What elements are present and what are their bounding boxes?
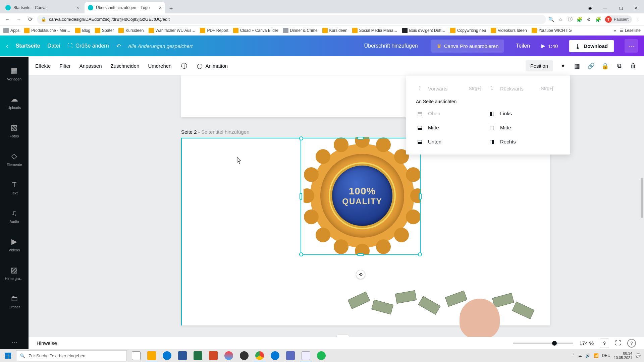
try-pro-button[interactable]: ♛ Canva Pro ausprobieren — [431, 40, 504, 53]
resize-handle-w[interactable] — [300, 193, 302, 200]
extension-icon[interactable]: ⚙ — [586, 16, 592, 23]
add-page-title[interactable]: Seitentitel hinzufügen — [201, 129, 249, 135]
resize-handle-s[interactable] — [357, 253, 364, 256]
bookmark-item[interactable]: Bois d'Argent Duft… — [402, 28, 445, 33]
crop-button[interactable]: Zuschneiden — [110, 63, 139, 69]
bookmark-item[interactable]: Dinner & Crime — [283, 28, 318, 33]
zoom-slider-thumb[interactable] — [552, 341, 557, 346]
menu-icon[interactable]: ⋮ — [635, 16, 641, 23]
element-selection-box[interactable] — [301, 138, 421, 255]
share-button[interactable]: Teilen — [516, 43, 530, 49]
rail-audio[interactable]: ♫Audio — [0, 202, 29, 230]
edge-icon[interactable] — [160, 349, 174, 362]
rail-text[interactable]: TText — [0, 173, 29, 202]
rail-videos[interactable]: ▶Videos — [0, 230, 29, 259]
align-bottom[interactable]: ⬓Unten — [416, 138, 488, 145]
undo-button[interactable]: ↶ — [116, 43, 121, 49]
bookmark-item[interactable]: Wahlfächer WU Aus… — [149, 28, 196, 33]
bookmark-item[interactable]: Kursideen — [118, 28, 144, 33]
close-icon[interactable]: × — [76, 5, 79, 10]
flip-button[interactable]: Umdrehen — [148, 63, 171, 69]
zoom-slider[interactable] — [513, 343, 573, 344]
zoom-value[interactable]: 174 % — [579, 340, 594, 346]
page-indicator[interactable]: 9 — [600, 339, 609, 348]
present-button[interactable]: ▶ 1:40 — [541, 43, 558, 49]
bookmark-item[interactable]: Produktsuche - Mer… — [24, 28, 70, 33]
excel-icon[interactable] — [191, 349, 205, 362]
browser-tab-2[interactable]: Überschrift hinzufügen – Logo × — [85, 2, 165, 13]
bookmark-item[interactable]: Cload + Canva Bilder — [233, 28, 278, 33]
rail-photos[interactable]: ▧Fotos — [0, 116, 29, 145]
info-icon[interactable]: ⓘ — [180, 62, 188, 70]
filter-button[interactable]: Filter — [59, 63, 70, 69]
hints-label[interactable]: Hinweise — [37, 340, 57, 346]
rail-folders[interactable]: 🗀Ordner — [0, 287, 29, 316]
tray-chevron-icon[interactable]: ˄ — [573, 353, 575, 358]
back-icon[interactable]: ‹ — [6, 42, 8, 50]
transparency-icon[interactable]: ▦ — [573, 62, 581, 70]
rail-templates[interactable]: ▦Vorlagen — [0, 59, 29, 88]
align-middle-v[interactable]: ⬓Mitte — [416, 124, 488, 131]
zoom-icon[interactable]: 🔍 — [548, 16, 555, 23]
minimize-button[interactable]: — — [598, 3, 613, 13]
rail-uploads[interactable]: ☁Uploads — [0, 88, 29, 116]
spotify-icon[interactable] — [314, 349, 329, 362]
align-middle-h[interactable]: ◫Mitte — [488, 124, 560, 131]
rail-elements[interactable]: ◇Elemente — [0, 145, 29, 173]
edge2-icon[interactable] — [268, 349, 282, 362]
star-icon[interactable]: ☆ — [557, 16, 564, 23]
record-icon[interactable]: ◉ — [582, 3, 598, 13]
duplicate-icon[interactable]: ⧉ — [615, 62, 623, 70]
apps-button[interactable]: Apps — [3, 28, 19, 33]
bookmark-item[interactable]: Später — [95, 28, 114, 33]
extension-icon[interactable]: Ⓘ — [567, 16, 574, 23]
align-left[interactable]: ◧Links — [488, 110, 560, 117]
home-link[interactable]: Startseite — [16, 43, 40, 49]
align-right[interactable]: ◨Rechts — [488, 138, 560, 145]
notifications-icon[interactable]: 💬 — [636, 353, 641, 358]
animation-button[interactable]: ◯ Animation — [197, 63, 228, 69]
chrome-icon[interactable] — [252, 349, 267, 362]
resize-handle-sw[interactable] — [299, 252, 303, 256]
resize-button[interactable]: ⛶ Größe ändern — [67, 43, 109, 49]
task-view-icon[interactable] — [129, 349, 144, 362]
help-icon[interactable]: ? — [627, 339, 636, 348]
maximize-button[interactable]: ▢ — [613, 3, 629, 13]
adjust-button[interactable]: Anpassen — [79, 63, 102, 69]
bookmark-item[interactable]: Blog — [75, 28, 90, 33]
bookmark-item[interactable]: Copywriting neu — [450, 28, 486, 33]
bookmark-item[interactable]: Youtube WICHTIG — [532, 28, 572, 33]
position-button[interactable]: Position — [526, 60, 553, 71]
design-title[interactable]: Überschrift hinzufügen — [364, 43, 418, 49]
fullscreen-icon[interactable]: ⛶ — [615, 340, 621, 347]
language-indicator[interactable]: DEU — [602, 353, 610, 358]
rotate-handle[interactable]: ⟲ — [356, 270, 365, 279]
app-icon[interactable] — [221, 349, 236, 362]
app-icon[interactable] — [283, 349, 298, 362]
bookmark-item[interactable]: Videokurs Ideen — [491, 28, 527, 33]
bookmark-item[interactable]: Kursideen — [322, 28, 347, 33]
onedrive-icon[interactable]: ☁ — [578, 353, 582, 358]
download-button[interactable]: ⭳ Download — [569, 40, 614, 52]
lock-icon[interactable]: 🔒 — [601, 62, 609, 70]
bookmark-item[interactable]: Social Media Mana… — [352, 28, 397, 33]
money-image[interactable] — [345, 289, 533, 325]
profile-button[interactable]: T Pausiert — [604, 15, 632, 23]
back-button[interactable]: ← — [3, 15, 12, 24]
delete-icon[interactable]: 🗑 — [629, 62, 637, 70]
reading-list-button[interactable]: ☰Leseliste — [620, 28, 641, 33]
close-icon[interactable]: × — [159, 5, 162, 10]
powerpoint-icon[interactable] — [206, 349, 221, 362]
file-menu[interactable]: Datei — [48, 43, 60, 49]
bookmark-overflow[interactable]: » — [614, 28, 616, 33]
taskbar-search[interactable]: 🔍 Zur Suche Text hier eingeben — [16, 350, 127, 361]
effects-button[interactable]: Effekte — [35, 63, 51, 69]
rail-background[interactable]: ▨Hintergru… — [0, 259, 29, 287]
extension-icon[interactable]: 🧩 — [595, 16, 602, 23]
close-button[interactable]: ✕ — [629, 3, 644, 13]
browser-tab-1[interactable]: Startseite – Canva × — [2, 2, 83, 13]
more-button[interactable]: ⋯ — [625, 39, 638, 53]
resize-handle-nw[interactable] — [299, 136, 303, 140]
link-icon[interactable]: 🔗 — [587, 62, 595, 70]
magic-icon[interactable]: ✦ — [559, 62, 567, 70]
